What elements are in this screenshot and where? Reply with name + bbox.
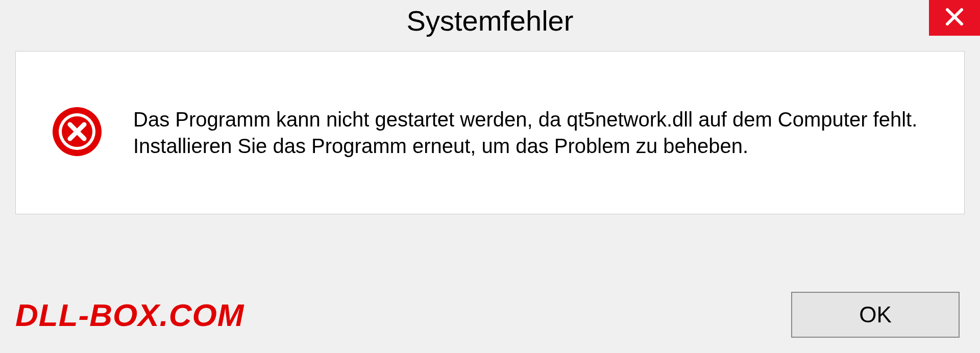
error-message: Das Programm kann nicht gestartet werden… xyxy=(133,106,939,159)
dialog-footer: DLL-BOX.COM OK xyxy=(0,276,980,353)
close-icon xyxy=(944,7,965,29)
content-area: Das Programm kann nicht gestartet werden… xyxy=(15,51,965,214)
error-icon xyxy=(52,106,103,159)
title-bar: Systemfehler xyxy=(0,0,980,46)
dialog-title: Systemfehler xyxy=(407,4,574,37)
error-dialog: Systemfehler Das Programm kann nicht ges… xyxy=(0,0,980,353)
close-button[interactable] xyxy=(929,0,980,36)
ok-button[interactable]: OK xyxy=(791,292,960,338)
watermark-text: DLL-BOX.COM xyxy=(15,297,244,333)
